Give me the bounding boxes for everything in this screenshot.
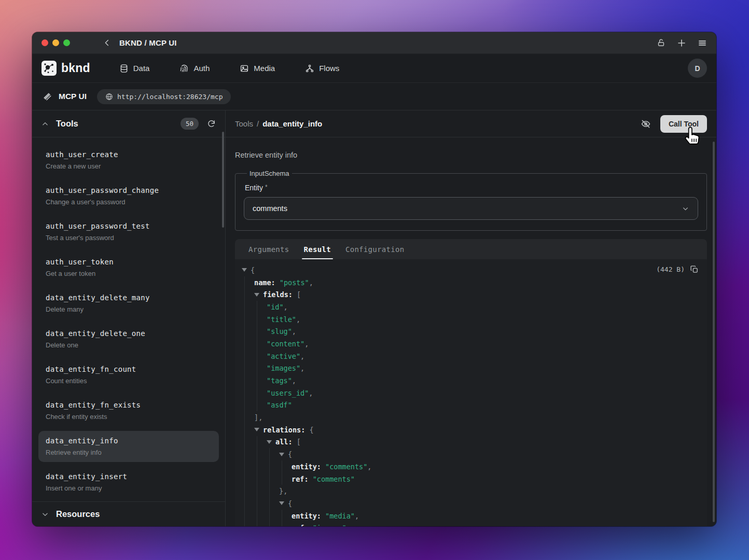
tool-list-item-auth_user_password_change[interactable]: auth_user_password_changeChange a user's… [38,180,219,212]
json-string-value: "images" [267,364,300,372]
indent-guide [244,424,245,436]
json-punctuation: , [296,315,300,324]
json-line: ref: "comments" [235,473,707,485]
tool-list-item-data_entity_fn_count[interactable]: data_entity_fn_countCount entities [38,359,219,390]
indent-guide [269,473,270,485]
bknd-logo-icon [41,61,57,76]
tools-section-title: Tools [56,119,78,129]
json-punctuation: , [309,389,313,397]
indent-guide [244,436,245,449]
nav-item-data[interactable]: Data [119,64,150,73]
indent-guide [244,460,245,473]
indent-guide [257,301,257,313]
toggle-visibility-button[interactable] [641,119,651,129]
json-string-value: "id" [267,303,284,311]
collapse-triangle-icon[interactable] [254,293,259,297]
main-scrollbar[interactable] [713,142,715,522]
collapse-triangle-icon[interactable] [279,501,284,505]
tool-list-item-data_entity_delete_many[interactable]: data_entity_delete_manyDelete many [38,288,219,319]
tool-name: data_entity_fn_exists [46,401,212,409]
sidebar-scrollbar[interactable] [222,132,224,228]
json-punctuation: , [292,376,296,385]
indent-guide [257,325,257,338]
minimize-window-button[interactable] [52,39,59,46]
tool-list-item-data_entity_info[interactable]: data_entity_infoRetrieve entity info [38,431,219,462]
menu-button[interactable] [698,38,707,48]
chevron-left-icon [103,39,111,47]
json-punctuation [321,512,325,520]
tools-section-header[interactable]: Tools 50 [32,110,225,137]
tool-name: auth_user_password_change [46,186,212,194]
nav-item-label: Auth [193,64,210,73]
tool-description: Delete many [46,305,212,313]
close-window-button[interactable] [41,39,48,46]
nav-item-auth[interactable]: Auth [179,64,210,73]
tool-list-item-auth_user_create[interactable]: auth_user_createCreate a new user [38,145,219,176]
call-tool-button[interactable]: Call Tool [660,115,707,133]
tool-list-item-data_entity_delete_one[interactable]: data_entity_delete_oneDelete one [38,324,219,355]
tab-configuration[interactable]: Configuration [338,239,411,259]
json-punctuation [309,475,313,483]
indent-guide [244,362,245,375]
refresh-tools-button[interactable] [207,119,216,128]
json-punctuation: , [367,463,371,471]
tool-detail-body: Retrieve entity info InputSchema Entity*… [226,137,716,526]
entity-select[interactable]: comments [244,197,698,220]
new-tab-button[interactable] [677,38,686,48]
back-button[interactable] [103,39,111,47]
indent-guide [244,473,245,485]
json-line: { [235,264,707,276]
indent-guide [282,473,282,485]
nav-item-flows[interactable]: Flows [305,64,339,73]
brand-logo[interactable]: bknd [41,61,90,76]
json-string-value: "slug" [267,327,292,335]
user-avatar[interactable]: D [688,59,707,78]
chevron-down-icon [682,205,689,213]
tools-sidebar: Tools 50 auth_user_createCreate a new us… [32,110,226,526]
tool-detail-header: Tools / data_entity_info Call Tool [226,110,716,137]
indent-guide [257,350,257,362]
json-line: entity: "comments", [235,460,707,473]
tool-list-item-data_entity_fn_exists[interactable]: data_entity_fn_existsCheck if entity exi… [38,395,219,426]
indent-guide [257,497,257,510]
nav-item-media[interactable]: Media [240,64,275,73]
indent-guide [269,460,270,473]
collapse-triangle-icon[interactable] [254,428,259,431]
indent-guide [257,485,257,497]
database-icon [119,64,129,73]
json-line: name: "posts", [235,276,707,289]
flows-icon [305,64,314,73]
json-result-viewer: (442 B) {name: "posts",fields: ["id","ti… [235,259,707,526]
indent-guide [282,460,282,473]
indent-guide [244,510,245,522]
server-url-pill[interactable]: http://localhost:28623/mcp [97,89,231,104]
breadcrumb-section[interactable]: Tools [235,119,253,128]
tool-list-item-auth_user_password_test[interactable]: auth_user_password_testTest a user's pas… [38,216,219,247]
tool-name: data_entity_info [46,437,212,445]
entity-select-value: comments [253,204,287,213]
eye-off-icon [641,119,651,129]
collapse-triangle-icon[interactable] [242,268,247,272]
maximize-window-button[interactable] [63,39,70,46]
tab-result[interactable]: Result [297,239,338,259]
json-string-value: "posts" [280,278,309,287]
json-punctuation: }, [279,487,287,495]
json-key: name: [254,278,275,287]
indent-guide [269,510,270,522]
indent-guide [244,387,245,399]
json-string-value: "users_id" [267,389,309,397]
tools-count-badge: 50 [181,118,199,130]
collapse-triangle-icon[interactable] [267,440,272,444]
json-punctuation: { [305,426,313,434]
tab-arguments[interactable]: Arguments [241,239,297,259]
resources-section-title: Resources [56,509,100,519]
collapse-triangle-icon[interactable] [279,453,284,456]
tool-description: Get a user token [46,270,212,277]
tool-name: data_entity_delete_one [46,329,212,338]
resources-section-header[interactable]: Resources [32,501,225,526]
tool-list-item-data_entity_insert[interactable]: data_entity_insertInsert one or many [38,467,219,498]
json-string-value: "media" [325,512,355,520]
tool-list-item-auth_user_token[interactable]: auth_user_tokenGet a user token [38,252,219,283]
lock-button[interactable] [657,38,665,47]
tool-detail-panel: Tools / data_entity_info Call Tool Retri… [226,110,716,526]
